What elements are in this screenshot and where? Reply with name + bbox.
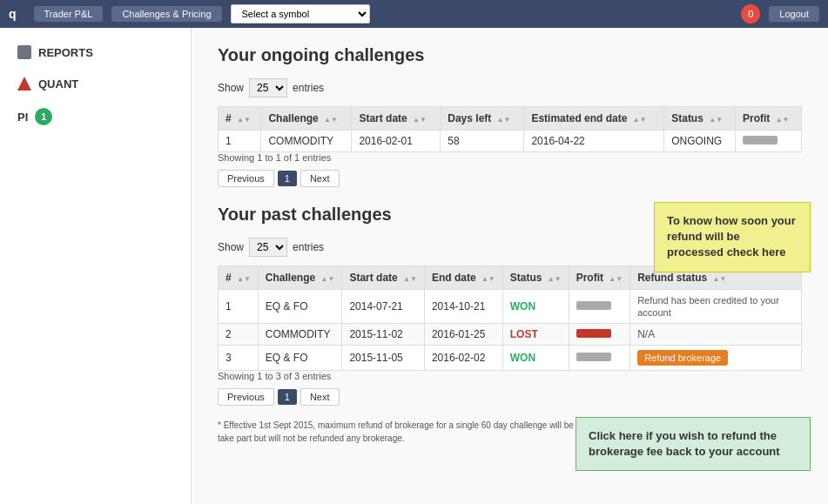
past-showing: Showing 1 to 3 of 3 entries (218, 371, 802, 381)
cell-enddate: 2016-02-02 (424, 346, 502, 371)
cell-profit (569, 346, 630, 371)
entries-label-ongoing: entries (293, 82, 324, 94)
tooltip-refund-timing: To know how soon your refund will be pro… (654, 202, 811, 272)
past-page-num[interactable]: 1 (278, 389, 297, 405)
table-row: 1 EQ & FO 2014-07-21 2014-10-21 WON Refu… (219, 290, 802, 324)
ongoing-table-header: # ▲▼ Challenge ▲▼ Start date ▲▼ Days lef… (219, 107, 802, 131)
cell-num: 1 (219, 290, 259, 324)
trader-pnl-button[interactable]: Trader P&L (34, 6, 104, 22)
cell-daysleft: 58 (441, 131, 524, 152)
cell-challenge: EQ & FO (258, 346, 342, 371)
past-col-profit: Profit ▲▼ (569, 266, 630, 290)
refund-credited-text: Refund has been credited to your account (637, 295, 779, 318)
cell-startdate: 2016-02-01 (352, 131, 441, 152)
top-navigation: q Trader P&L Challenges & Pricing Select… (0, 0, 828, 28)
show-label-past: Show (218, 241, 244, 253)
col-daysleft: Days left ▲▼ (441, 107, 524, 131)
past-col-status: Status ▲▼ (502, 266, 569, 290)
notification-badge[interactable]: 0 (741, 4, 760, 24)
col-profit: Profit ▲▼ (735, 107, 801, 131)
table-row: 1 COMMODITY 2016-02-01 58 2016-04-22 ONG… (219, 131, 802, 152)
ongoing-prev-btn[interactable]: Previous (218, 170, 274, 187)
cell-profit (569, 324, 630, 346)
cell-startdate: 2015-11-02 (342, 324, 425, 346)
pi-icon: PI (17, 111, 28, 124)
past-next-btn[interactable]: Next (300, 388, 340, 406)
cell-refund-status: N/A (630, 324, 802, 346)
pi-badge: 1 (35, 108, 52, 125)
past-col-num: # ▲▼ (219, 266, 259, 290)
col-num: # ▲▼ (219, 107, 261, 131)
tooltip-green-text: Click here if you wish to refund the bro… (589, 429, 780, 458)
ongoing-showing: Showing 1 to 1 of 1 entries (218, 152, 802, 163)
cell-enddate: 2016-01-25 (424, 324, 502, 346)
ongoing-entries-select[interactable]: 25 (249, 78, 287, 97)
sidebar: REPORTS QUANT PI 1 (0, 28, 192, 504)
logout-button[interactable]: Logout (769, 6, 819, 22)
cell-refund-status: Refund has been credited to your account (630, 290, 802, 324)
cell-estimatedend: 2016-04-22 (524, 131, 664, 152)
cell-enddate: 2014-10-21 (424, 290, 502, 324)
table-row: 2 COMMODITY 2015-11-02 2016-01-25 LOST N… (219, 324, 802, 346)
refund-na: N/A (637, 328, 655, 340)
show-label-ongoing: Show (218, 82, 244, 94)
cell-refund-status: Refund brokerage (630, 346, 802, 371)
sidebar-label-reports: REPORTS (38, 46, 93, 59)
reports-icon (17, 45, 31, 59)
table-row: 3 EQ & FO 2015-11-05 2016-02-02 WON Refu… (219, 346, 802, 371)
cell-status: WON (502, 290, 569, 324)
quant-icon (17, 77, 31, 91)
main-content: Your ongoing challenges Show 25 entries … (192, 28, 828, 504)
cell-challenge: COMMODITY (261, 131, 352, 152)
sidebar-item-quant[interactable]: QUANT (0, 68, 191, 99)
cell-num: 1 (219, 131, 261, 152)
cell-profit (735, 131, 801, 152)
cell-status: ONGOING (664, 131, 736, 152)
ongoing-title: Your ongoing challenges (218, 45, 802, 65)
cell-challenge: COMMODITY (258, 324, 342, 346)
past-col-challenge: Challenge ▲▼ (258, 266, 342, 290)
cell-num: 2 (219, 324, 259, 346)
past-pagination: Previous 1 Next (218, 388, 802, 406)
cell-startdate: 2015-11-05 (342, 346, 425, 371)
col-challenge: Challenge ▲▼ (261, 107, 352, 131)
tooltip-refund-brokerage: Click here if you wish to refund the bro… (576, 417, 811, 471)
refund-brokerage-button[interactable]: Refund brokerage (637, 350, 728, 366)
ongoing-next-btn[interactable]: Next (300, 170, 340, 187)
cell-status: LOST (502, 324, 569, 346)
col-status: Status ▲▼ (664, 107, 736, 131)
ongoing-section: Your ongoing challenges Show 25 entries … (218, 45, 802, 187)
past-entries-select[interactable]: 25 (249, 238, 287, 257)
ongoing-table: # ▲▼ Challenge ▲▼ Start date ▲▼ Days lef… (218, 106, 802, 152)
cell-challenge: EQ & FO (258, 290, 342, 324)
past-col-startdate: Start date ▲▼ (342, 266, 425, 290)
sidebar-label-quant: QUANT (38, 77, 78, 91)
entries-label-past: entries (293, 241, 324, 253)
cell-startdate: 2014-07-21 (342, 290, 425, 324)
cell-profit (569, 290, 630, 324)
tooltip-yellow-text: To know how soon your refund will be pro… (667, 214, 796, 259)
ongoing-page-num[interactable]: 1 (278, 171, 297, 186)
ongoing-show-entries: Show 25 entries (218, 78, 802, 97)
sidebar-item-pi[interactable]: PI 1 (0, 99, 191, 134)
past-prev-btn[interactable]: Previous (218, 388, 274, 406)
challenges-pricing-button[interactable]: Challenges & Pricing (111, 6, 221, 22)
past-table: # ▲▼ Challenge ▲▼ Start date ▲▼ End date… (218, 265, 802, 371)
cell-num: 3 (219, 346, 259, 371)
col-estimatedend: Estimated end date ▲▼ (524, 107, 664, 131)
logo: q (9, 7, 17, 21)
sidebar-item-reports[interactable]: REPORTS (0, 37, 191, 68)
symbol-select[interactable]: Select a symbol (231, 4, 370, 24)
cell-status: WON (502, 346, 569, 371)
past-col-enddate: End date ▲▼ (424, 266, 502, 290)
ongoing-pagination: Previous 1 Next (218, 170, 802, 187)
col-startdate: Start date ▲▼ (352, 107, 441, 131)
